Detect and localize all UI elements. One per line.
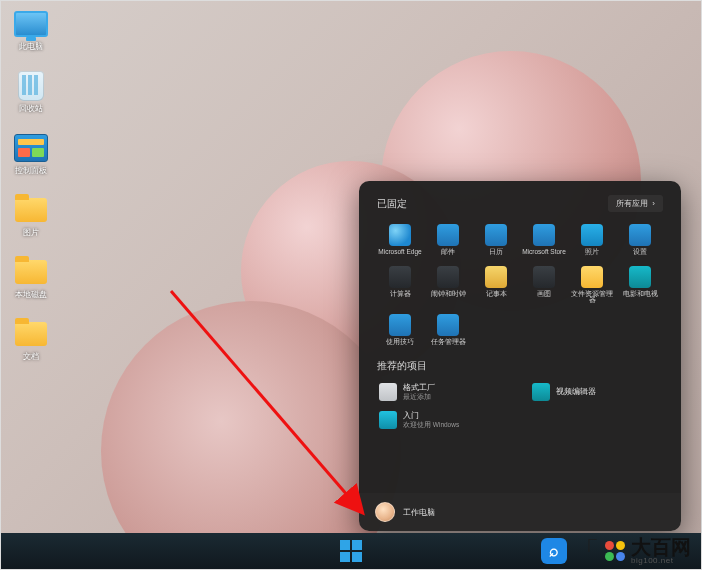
desktop-icon-recycle-bin[interactable]: 回收站: [9, 69, 53, 113]
app-explorer[interactable]: 文件资源管理器: [569, 264, 615, 306]
desktop-icon-label: 文档: [23, 353, 39, 361]
notepad-icon: [485, 266, 507, 288]
calendar-icon: [485, 224, 507, 246]
desktop-icon-folder-3[interactable]: 文档: [9, 317, 53, 361]
app-paint[interactable]: 画图: [521, 264, 567, 306]
app-calendar[interactable]: 日历: [473, 222, 519, 258]
clock-icon: [437, 266, 459, 288]
recommended-section-title: 推荐的项目: [377, 359, 663, 373]
gear-icon: [629, 224, 651, 246]
recommended-item-get-started[interactable]: 入门 欢迎使用 Windows: [377, 409, 510, 431]
app-notepad[interactable]: 记事本: [473, 264, 519, 306]
watermark-dots-icon: [605, 541, 625, 561]
desktop-frame: 此电脑 回收站 控制面板 图片 本地磁盘 文档 已固定 所有应: [0, 0, 702, 570]
desktop-icons: 此电脑 回收站 控制面板 图片 本地磁盘 文档: [9, 7, 53, 361]
recommended-grid: 格式工厂 最近添加 视频编辑器 入门 欢迎使用 Windows: [377, 381, 663, 431]
desktop-icon-folder-1[interactable]: 图片: [9, 193, 53, 237]
lightbulb-icon: [389, 314, 411, 336]
control-panel-icon: [14, 131, 48, 165]
chevron-right-icon: ›: [652, 199, 655, 208]
app-settings[interactable]: 设置: [617, 222, 663, 258]
app-clock[interactable]: 闹钟和时钟: [425, 264, 471, 306]
video-editor-icon: [532, 383, 550, 401]
app-taskmanager[interactable]: 任务管理器: [425, 312, 471, 348]
calculator-icon: [389, 266, 411, 288]
app-calculator[interactable]: 计算器: [377, 264, 423, 306]
app-movies[interactable]: 电影和电视: [617, 264, 663, 306]
watermark: ⌕ 「 大百网 big100.net: [541, 533, 691, 569]
format-factory-icon: [379, 383, 397, 401]
all-apps-button[interactable]: 所有应用 ›: [608, 195, 663, 212]
desktop-icon-label: 回收站: [19, 105, 43, 113]
watermark-brand: 大百网: [631, 537, 691, 557]
desktop-icon-label: 图片: [23, 229, 39, 237]
desktop-icon-label: 本地磁盘: [15, 291, 47, 299]
recommended-item-format-factory[interactable]: 格式工厂 最近添加: [377, 381, 510, 403]
mail-icon: [437, 224, 459, 246]
start-menu-footer: 工作电脑: [359, 493, 681, 531]
app-mail[interactable]: 邮件: [425, 222, 471, 258]
recommended-item-video-editor[interactable]: 视频编辑器: [530, 381, 663, 403]
desktop-icon-folder-2[interactable]: 本地磁盘: [9, 255, 53, 299]
all-apps-label: 所有应用: [616, 198, 648, 209]
app-tips[interactable]: 使用技巧: [377, 312, 423, 348]
folder-icon: [14, 255, 48, 289]
desktop-icon-label: 此电脑: [19, 43, 43, 51]
play-icon: [629, 266, 651, 288]
recycle-bin-icon: [14, 69, 48, 103]
folder-icon: [14, 317, 48, 351]
folder-icon: [581, 266, 603, 288]
watermark-bracket-icon: 「: [573, 534, 599, 569]
monitor-icon: [14, 7, 48, 41]
taskmanager-icon: [437, 314, 459, 336]
store-icon: [533, 224, 555, 246]
get-started-icon: [379, 411, 397, 429]
start-button[interactable]: [340, 540, 362, 562]
watermark-logo-icon: ⌕: [541, 538, 567, 564]
pinned-section-title: 已固定: [377, 197, 407, 211]
edge-icon: [389, 224, 411, 246]
app-photos[interactable]: 照片: [569, 222, 615, 258]
desktop-icon-control-panel[interactable]: 控制面板: [9, 131, 53, 175]
user-avatar[interactable]: [375, 502, 395, 522]
start-menu: 已固定 所有应用 › Microsoft Edge 邮件 日历 Microsof…: [359, 181, 681, 531]
desktop-icon-this-pc[interactable]: 此电脑: [9, 7, 53, 51]
photos-icon: [581, 224, 603, 246]
user-account-name[interactable]: 工作电脑: [403, 507, 435, 518]
app-edge[interactable]: Microsoft Edge: [377, 222, 423, 258]
pinned-apps-grid: Microsoft Edge 邮件 日历 Microsoft Store 照片 …: [377, 222, 663, 347]
desktop-icon-label: 控制面板: [15, 167, 47, 175]
taskbar: ⌕ 「 大百网 big100.net: [1, 533, 701, 569]
app-store[interactable]: Microsoft Store: [521, 222, 567, 258]
watermark-domain: big100.net: [631, 557, 691, 565]
paint-icon: [533, 266, 555, 288]
folder-icon: [14, 193, 48, 227]
